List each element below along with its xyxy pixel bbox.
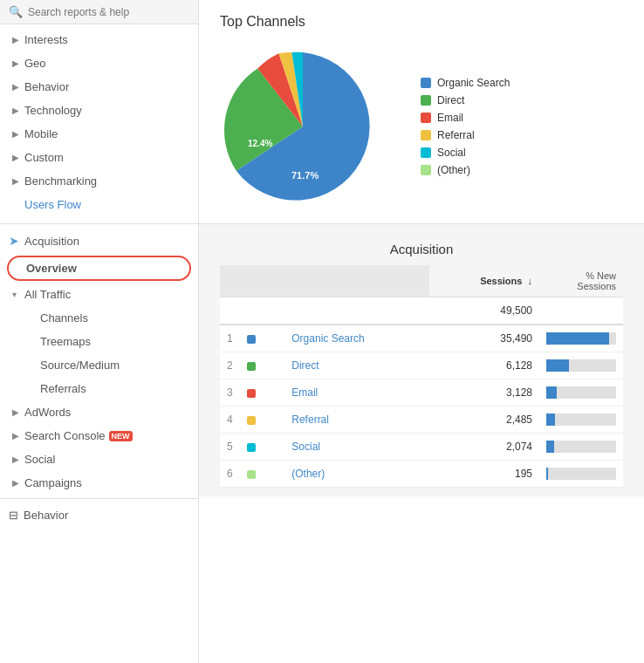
sidebar-item-referrals[interactable]: Referrals xyxy=(9,377,198,400)
row-dot-0 xyxy=(247,335,256,344)
bar-3 xyxy=(546,414,616,426)
sidebar-item-all-traffic[interactable]: ▾ All Traffic xyxy=(0,283,198,306)
chart-legend: Organic Search Direct Email Referral Soc… xyxy=(421,77,510,176)
all-traffic-subnav: Channels Treemaps Source/Medium Referral… xyxy=(0,306,198,400)
legend-dot-direct xyxy=(421,95,431,106)
bar-1 xyxy=(546,359,616,372)
table-row: 1 Organic Search 35,490 xyxy=(220,325,623,352)
pie-label-12: 12.4% xyxy=(248,139,272,148)
legend-social: Social xyxy=(421,147,510,159)
bar-5 xyxy=(546,468,616,480)
sidebar-item-source-medium[interactable]: Source/Medium xyxy=(9,353,198,377)
sidebar-item-adwords[interactable]: ▶AdWords xyxy=(0,400,198,424)
acquisition-section: Acquisition Sessions ↓ % New Sessions xyxy=(199,224,644,496)
th-new-sessions[interactable]: % New Sessions xyxy=(539,265,623,297)
sidebar-item-social[interactable]: ▶Social xyxy=(0,448,198,471)
table-row: 4 Referral 2,485 xyxy=(220,407,623,434)
th-sessions[interactable]: Sessions ↓ xyxy=(429,265,539,297)
sidebar-item-interests[interactable]: ▶Interests xyxy=(0,28,198,51)
pie-label-71: 71.7% xyxy=(291,170,319,181)
row-dot-2 xyxy=(247,389,256,398)
table-row: 6 (Other) 195 xyxy=(220,461,623,488)
row-dot-5 xyxy=(247,470,256,479)
table-row: 3 Email 3,128 xyxy=(220,379,623,407)
sidebar-item-overview[interactable]: Overview xyxy=(7,256,191,281)
table-row: 5 Social 2,074 xyxy=(220,434,623,461)
sidebar: 🔍 ▶Interests ▶Geo ▶Behavior ▶Technology … xyxy=(0,0,199,663)
legend-direct: Direct xyxy=(421,94,510,106)
legend-other: (Other) xyxy=(421,164,510,176)
main-content: Top Channels xyxy=(199,0,644,663)
top-channels-section: Top Channels xyxy=(199,0,644,224)
pie-chart: 71.7% 12.4% xyxy=(220,44,386,209)
bar-2 xyxy=(546,386,616,399)
divider-2 xyxy=(0,498,198,499)
top-channels-title: Top Channels xyxy=(220,14,623,30)
sidebar-item-behavior[interactable]: ⊟ Behavior xyxy=(0,502,198,528)
sort-arrow: ↓ xyxy=(528,276,533,286)
behavior-icon: ⊟ xyxy=(9,509,18,522)
bar-0 xyxy=(546,332,616,345)
legend-email: Email xyxy=(421,112,510,124)
search-input[interactable] xyxy=(28,6,189,18)
search-bar[interactable]: 🔍 xyxy=(0,0,198,24)
legend-referral: Referral xyxy=(421,129,510,141)
sidebar-item-treemaps[interactable]: Treemaps xyxy=(9,330,198,353)
acquisition-table: Sessions ↓ % New Sessions 49,500 1 xyxy=(220,265,623,488)
legend-organic: Organic Search xyxy=(421,77,510,89)
acquisition-icon: ➤ xyxy=(9,234,19,248)
th-empty xyxy=(220,265,429,297)
sidebar-item-mobile[interactable]: ▶Mobile xyxy=(0,122,198,146)
acquisition-group: ➤ Acquisition Overview ▾ All Traffic Cha… xyxy=(0,228,198,495)
sidebar-item-acquisition[interactable]: ➤ Acquisition xyxy=(0,228,198,254)
sidebar-item-geo[interactable]: ▶Geo xyxy=(0,51,198,75)
sidebar-item-search-console[interactable]: ▶ Search Console NEW xyxy=(0,424,198,448)
search-icon: 🔍 xyxy=(9,5,23,18)
legend-dot-referral xyxy=(421,130,431,140)
acquisition-title: Acquisition xyxy=(220,242,623,256)
legend-dot-organic xyxy=(421,78,431,88)
top-nav-section: ▶Interests ▶Geo ▶Behavior ▶Technology ▶M… xyxy=(0,24,198,220)
legend-dot-social xyxy=(421,147,431,158)
row-dot-4 xyxy=(247,443,256,452)
table-row: 2 Direct 6,128 xyxy=(220,352,623,379)
sidebar-item-behavior-top[interactable]: ▶Behavior xyxy=(0,75,198,99)
row-dot-1 xyxy=(247,362,256,371)
legend-dot-other xyxy=(421,165,431,175)
sidebar-item-users-flow[interactable]: Users Flow xyxy=(0,193,198,216)
row-dot-3 xyxy=(247,416,256,425)
sidebar-item-custom[interactable]: ▶Custom xyxy=(0,146,198,169)
table-total-row: 49,500 xyxy=(220,297,623,325)
bar-4 xyxy=(546,441,616,453)
divider-1 xyxy=(0,223,198,224)
sidebar-item-benchmarking[interactable]: ▶Benchmarking xyxy=(0,169,198,193)
sidebar-item-technology[interactable]: ▶Technology xyxy=(0,99,198,122)
sidebar-item-channels[interactable]: Channels xyxy=(9,306,198,330)
new-badge: NEW xyxy=(109,431,133,441)
sidebar-item-campaigns[interactable]: ▶Campaigns xyxy=(0,471,198,495)
legend-dot-email xyxy=(421,113,431,123)
chart-area: 71.7% 12.4% Organic Search Direct Email xyxy=(220,44,623,209)
